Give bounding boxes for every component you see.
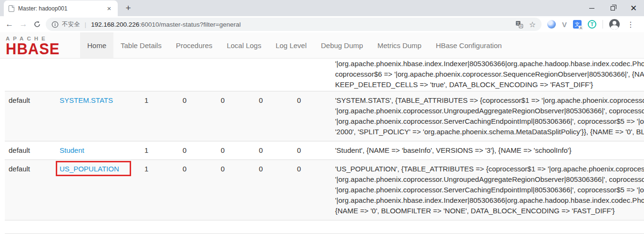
other-regions-cell: 0 (293, 141, 331, 160)
toolbar-divider (603, 20, 603, 29)
user-tables-table: '|org.apache.phoenix.hbase.index.Indexer… (5, 59, 644, 234)
description-cell: 'SYSTEM.STATS', {TABLE_ATTRIBUTES => {co… (331, 91, 644, 141)
forward-button[interactable]: → (18, 18, 29, 30)
description-cell: 'US_POPULATION', {TABLE_ATTRIBUTES => {c… (331, 160, 644, 220)
online-regions-cell: 1 (141, 160, 179, 220)
namespace-cell: default (5, 160, 56, 220)
browser-tab[interactable]: Master: hadoop001 × (4, 0, 118, 16)
description-line: '2000', 'SPLIT_POLICY' => 'org.apache.ph… (335, 127, 640, 137)
hbase-nav-links: Home Table Details Procedures Local Logs… (80, 32, 509, 58)
description-cell: 'Student', {NAME => 'baseInfo', VERSIONS… (331, 141, 644, 160)
browser-menu-button[interactable]: ⋮ (626, 20, 637, 29)
proxy-extension-icon[interactable] (547, 20, 556, 29)
tab-title: Master: hadoop001 (18, 5, 102, 12)
description-line: '|org.apache.phoenix.hbase.index.Indexer… (335, 195, 640, 206)
table-link-system-stats[interactable]: SYSTEM.STATS (60, 96, 113, 104)
bookmark-star-icon[interactable]: ☆ (529, 20, 536, 29)
nav-item-home[interactable]: Home (80, 32, 113, 58)
failed-regions-cell: 0 (217, 160, 255, 220)
minimize-icon (589, 8, 594, 9)
close-icon: ✕ (630, 4, 637, 12)
table-row: default SYSTEM.STATS 1 0 0 0 0 'SYSTEM.S… (5, 91, 644, 141)
other-regions-cell: 0 (293, 160, 331, 220)
table-row: default Student 1 0 0 0 0 'Student', {NA… (5, 141, 644, 160)
hbase-logo: APACHE HBASE (0, 32, 80, 58)
split-regions-cell: 0 (255, 160, 293, 220)
description-line: '|org.apache.phoenix.coprocessor.ServerC… (335, 116, 640, 127)
browser-tab-bar: Master: hadoop001 × + ✕ (0, 0, 644, 16)
logo-hbase-text: HBASE (6, 42, 80, 57)
hbase-navbar: APACHE HBASE Home Table Details Procedur… (0, 32, 644, 59)
namespace-cell: default (5, 91, 56, 141)
tab-close-icon[interactable]: × (105, 4, 113, 12)
table-name-cell (56, 59, 141, 91)
nav-item-hbase-configuration[interactable]: HBase Configuration (429, 32, 509, 58)
info-icon[interactable] (51, 21, 59, 28)
description-line: {NAME => '0', BLOOMFILTER => 'NONE', DAT… (335, 206, 640, 216)
restore-icon (611, 6, 615, 10)
description-line: 'US_POPULATION', {TABLE_ATTRIBUTES => {c… (335, 164, 640, 174)
description-cell: '|org.apache.phoenix.hbase.index.Indexer… (331, 59, 644, 91)
table-row: default US_POPULATION 1 0 0 0 0 'US_POPU… (5, 160, 644, 220)
window-controls: ✕ (581, 0, 644, 16)
url-host: 192.168.200.226 (91, 21, 139, 28)
omnibox-separator: | (83, 21, 87, 28)
online-regions-cell: 1 (141, 91, 179, 141)
page-divider (5, 233, 644, 234)
window-restore-button[interactable] (602, 0, 623, 16)
offline-regions-cell: 0 (179, 141, 217, 160)
security-label: 不安全 (62, 20, 80, 29)
google-translate-extension-icon[interactable]: 文 (573, 20, 582, 29)
nav-item-debug-dump[interactable]: Debug Dump (314, 32, 370, 58)
offline-regions-cell: 0 (179, 160, 217, 220)
description-line: '|org.apache.phoenix.coprocessor.Ungroup… (335, 106, 640, 116)
nav-item-procedures[interactable]: Procedures (169, 32, 220, 58)
namespace-cell (5, 59, 56, 91)
table-name-cell: SYSTEM.STATS (56, 91, 141, 141)
description-line: '|org.apache.phoenix.coprocessor.Ungroup… (335, 174, 640, 185)
namespace-cell: default (5, 141, 56, 160)
table-name-cell: Student (56, 141, 141, 160)
window-minimize-button[interactable] (581, 0, 602, 16)
reload-button[interactable] (32, 18, 43, 30)
online-regions-cell: 1 (141, 141, 179, 160)
new-tab-button[interactable]: + (122, 1, 135, 15)
table-link-student[interactable]: Student (60, 146, 84, 154)
description-line: coprocessor$6 => '|org.apache.phoenix.co… (335, 69, 640, 80)
profile-avatar[interactable] (609, 19, 620, 30)
url-text: 192.168.200.226:60010/master-status?filt… (91, 21, 512, 28)
table-name-cell: US_POPULATION (56, 160, 141, 220)
extensions-area: V 文 T ⋮ (544, 19, 640, 30)
table-link-us-population[interactable]: US_POPULATION (60, 165, 119, 173)
description-line: 'SYSTEM.STATS', {TABLE_ATTRIBUTES => {co… (335, 95, 640, 106)
table-row: '|org.apache.phoenix.hbase.index.Indexer… (5, 59, 644, 91)
reload-icon (33, 20, 41, 28)
url-path: :60010/master-status?filter=general (139, 21, 241, 28)
back-button[interactable]: ← (4, 18, 15, 30)
split-regions-cell: 0 (255, 91, 293, 141)
description-line: '|org.apache.phoenix.coprocessor.ServerC… (335, 185, 640, 195)
description-line: KEEP_DELETED_CELLS => 'true', DATA_BLOCK… (335, 80, 640, 90)
description-line: 'Student', {NAME => 'baseInfo', VERSIONS… (335, 145, 640, 156)
offline-regions-cell: 0 (179, 91, 217, 141)
address-bar[interactable]: 不安全 | 192.168.200.226:60010/master-statu… (46, 18, 542, 31)
translate-page-icon[interactable]: 文 A (515, 20, 523, 29)
split-regions-cell: 0 (255, 141, 293, 160)
nav-item-metrics-dump[interactable]: Metrics Dump (370, 32, 429, 58)
page-favicon-icon (9, 5, 14, 12)
nav-item-local-logs[interactable]: Local Logs (220, 32, 269, 58)
nav-item-log-level[interactable]: Log Level (268, 32, 314, 58)
failed-regions-cell: 0 (217, 141, 255, 160)
vue-devtools-extension-icon[interactable]: V (562, 20, 567, 29)
description-line: '|org.apache.phoenix.hbase.index.Indexer… (335, 59, 640, 69)
browser-toolbar: ← → 不安全 | 192.168.200.226:60010/master-s… (0, 16, 644, 32)
other-regions-cell: 0 (293, 91, 331, 141)
tampermonkey-extension-icon[interactable]: T (588, 20, 596, 29)
failed-regions-cell: 0 (217, 91, 255, 141)
nav-item-table-details[interactable]: Table Details (113, 32, 169, 58)
window-close-button[interactable]: ✕ (623, 0, 644, 16)
